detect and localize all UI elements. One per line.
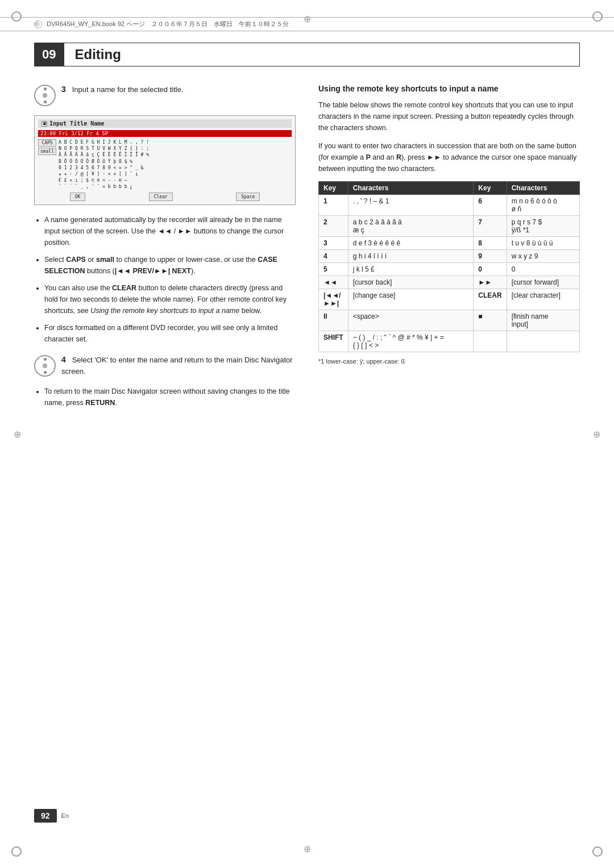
step-4-sub-bullet: To return to the main Disc Navigator scr…: [44, 386, 296, 408]
header-crossmark: [34, 20, 42, 28]
itb-caps-button[interactable]: CAPS: [38, 139, 56, 147]
cross-top: ⊕: [304, 14, 311, 24]
cross-left: ⊕: [14, 429, 21, 440]
itb-title-bar: 23:00 Fri 3/12 Fr 4 SP: [38, 130, 292, 137]
table-cell-chars1: . , ' ? ! – & 1: [348, 194, 474, 215]
table-cell-chars2: 0: [507, 262, 579, 276]
page-language: En: [61, 812, 69, 819]
col-header-key1: Key: [319, 181, 349, 194]
table-cell-chars1: [cursor back]: [348, 276, 474, 289]
table-cell-key1: II: [319, 310, 349, 331]
table-cell-key2: 8: [474, 236, 507, 249]
page-number: 92: [34, 809, 57, 823]
corner-decoration-br: [592, 846, 603, 857]
corner-decoration-bl: [11, 846, 22, 857]
table-cell-chars1: a b c 2 à â á ã ä æ ç: [348, 215, 474, 236]
step-3-number: 3: [61, 85, 66, 94]
step-icon-dot-top: [44, 87, 47, 90]
itb-small-button[interactable]: small: [38, 148, 56, 155]
itb-ok-button[interactable]: OK: [70, 193, 86, 201]
table-cell-chars2: [finish name input]: [507, 310, 579, 331]
table-row: 2a b c 2 à â á ã ä æ ç7p q r s 7 $ ÿ/ß *…: [319, 215, 580, 236]
table-cell-chars1: [change case]: [348, 289, 474, 310]
table-row: II<space>■[finish name input]: [319, 310, 580, 331]
itb-space-button[interactable]: Space: [236, 193, 260, 201]
table-cell-key1: 5: [319, 262, 349, 276]
chapter-banner: 09 Editing: [34, 43, 580, 66]
right-body-2: If you want to enter two characters in s…: [318, 140, 580, 174]
header-text: DVR645H_WY_EN.book 92 ページ ２００６年７月５日 水曜日 …: [47, 20, 289, 28]
step-4-icon-dot-top: [44, 358, 47, 361]
step-3-icon: [34, 85, 56, 106]
itb-header: 🖥 Input Title Name: [38, 119, 292, 128]
cross-bottom: ⊕: [304, 844, 311, 854]
step-3-block: 3 Input a name for the selected title.: [34, 84, 296, 106]
bullet-list: A name generated automatically by the re…: [34, 214, 296, 345]
itb-footer: OK Clear Space: [38, 193, 292, 201]
step-4-block: 4 Select 'OK' to enter the name and retu…: [34, 354, 296, 377]
itb-clear-button[interactable]: Clear: [149, 193, 173, 201]
table-cell-key2: 7: [474, 215, 507, 236]
corner-decoration-tr: [592, 11, 603, 22]
table-row: 4g h i 4 î ì í í9w x y z 9: [319, 249, 580, 262]
step-3-label: Input a name for the selected title.: [72, 85, 184, 94]
table-cell-key2: ►►: [474, 276, 507, 289]
bullet-item-1: A name generated automatically by the re…: [44, 214, 296, 248]
table-row: 3d e f 3 è é ê ë ê8t u v 8 ü ù û ú: [319, 236, 580, 249]
table-cell-key1: |◄◄/ ►►|: [319, 289, 349, 310]
table-row: 1. , ' ? ! – & 16m n o 6 ô ó ô ò ø ñ: [319, 194, 580, 215]
right-section-title: Using the remote key shortcuts to input …: [318, 84, 580, 95]
main-content: 3 Input a name for the selected title. 🖥…: [34, 84, 580, 414]
table-cell-chars1: ~ ( ) _ / : ; " ` ^ @ # * % ¥ | + = { } …: [348, 331, 474, 352]
table-row: SHIFT~ ( ) _ / : ; " ` ^ @ # * % ¥ | + =…: [319, 331, 580, 352]
page-footer: 92 En: [0, 809, 614, 823]
table-cell-key1: ◄◄: [319, 276, 349, 289]
table-cell-key2: [474, 331, 507, 352]
key-table: Key Characters Key Characters 1. , ' ? !…: [318, 181, 580, 352]
left-column: 3 Input a name for the selected title. 🖥…: [34, 84, 296, 414]
table-cell-chars2: [cursor forward]: [507, 276, 579, 289]
table-cell-chars2: t u v 8 ü ù û ú: [507, 236, 579, 249]
step-3-text: 3 Input a name for the selected title.: [61, 84, 183, 95]
table-cell-chars2: m n o 6 ô ó ô ò ø ñ: [507, 194, 579, 215]
table-row: ◄◄[cursor back]►►[cursor forward]: [319, 276, 580, 289]
step-4-icon: [34, 355, 56, 377]
col-header-chars2: Characters: [507, 181, 579, 194]
corner-decoration-tl: [11, 11, 22, 22]
table-cell-key2: ■: [474, 310, 507, 331]
table-cell-key2: 6: [474, 194, 507, 215]
table-cell-key2: 9: [474, 249, 507, 262]
step-4-number: 4: [61, 355, 66, 364]
step-icon-dot-bottom: [44, 101, 47, 103]
table-cell-chars2: p q r s 7 $ ÿ/ß *1: [507, 215, 579, 236]
itb-body: CAPS small A B C D E F G H I J K L M . ,…: [38, 139, 292, 190]
table-cell-key1: 2: [319, 215, 349, 236]
chapter-title: Editing: [64, 43, 580, 66]
bullet-item-2: Select CAPS or small to change to upper …: [44, 254, 296, 277]
table-cell-chars2: w x y z 9: [507, 249, 579, 262]
itb-header-icon: 🖥: [42, 121, 47, 127]
right-body-1: The table below shows the remote control…: [318, 99, 580, 133]
footnote: *1 lower-case: ÿ; upper-case: ß: [318, 358, 580, 365]
table-cell-key2: CLEAR: [474, 289, 507, 310]
chapter-number: 09: [34, 43, 64, 66]
bullet-item-3: You can also use the CLEAR button to del…: [44, 282, 296, 316]
key-table-body: 1. , ' ? ! – & 16m n o 6 ô ó ô ò ø ñ2a b…: [319, 194, 580, 352]
table-row: 5j k l 5 £00: [319, 262, 580, 276]
table-cell-key1: SHIFT: [319, 331, 349, 352]
col-header-chars1: Characters: [348, 181, 474, 194]
cross-right: ⊕: [593, 429, 600, 440]
bullet-item-4: For discs formatted on a different DVD r…: [44, 322, 296, 345]
table-cell-chars2: [clear character]: [507, 289, 579, 310]
right-column: Using the remote key shortcuts to input …: [318, 84, 580, 414]
step-4-label: Select 'OK' to enter the name and return…: [61, 356, 293, 375]
table-row: |◄◄/ ►►|[change case]CLEAR[clear charact…: [319, 289, 580, 310]
table-cell-key1: 3: [319, 236, 349, 249]
table-cell-chars1: d e f 3 è é ê ë ê: [348, 236, 474, 249]
table-cell-key1: 4: [319, 249, 349, 262]
table-cell-key2: 0: [474, 262, 507, 276]
table-cell-chars1: j k l 5 £: [348, 262, 474, 276]
table-cell-chars2: [507, 331, 579, 352]
itb-characters: A B C D E F G H I J K L M . , ? ! N O P …: [59, 139, 292, 190]
table-cell-chars1: <space>: [348, 310, 474, 331]
